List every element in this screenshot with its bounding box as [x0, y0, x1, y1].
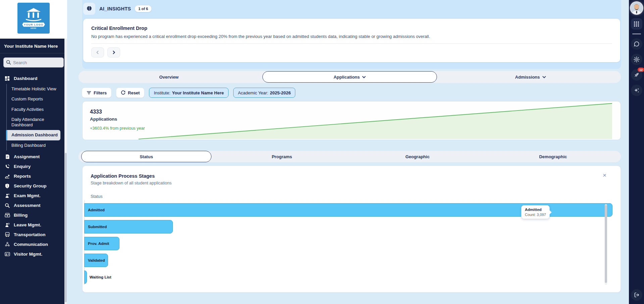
sidebar-item-transportation[interactable]: Transportation — [4, 230, 67, 240]
subtab-geographic[interactable]: Geographic — [350, 154, 485, 159]
main-content: AI_INSIGHTS 1 of 6 Critical Enrollment D… — [67, 0, 629, 304]
tab-admissions[interactable]: Admissions — [440, 75, 621, 80]
search-icon — [6, 60, 11, 66]
funnel-row-waiting-list[interactable]: Waiting List — [84, 269, 612, 286]
launcher-button[interactable]: 12 — [631, 69, 642, 81]
avatar-photo — [631, 2, 643, 14]
building-logo-icon — [24, 7, 43, 21]
tab-applications[interactable]: Applications — [259, 71, 440, 83]
apps-grid-button[interactable] — [631, 18, 642, 30]
sidebar-subitem-admission-dashboard[interactable]: Admission Dashboard — [7, 130, 60, 140]
sidebar-search-input[interactable] — [3, 57, 64, 68]
sidebar-item-assignment[interactable]: Assignment — [4, 152, 67, 162]
sidebar-item-label: Leave Mgmt. — [14, 222, 41, 227]
filters-row: Filters Reset Institute: Your Institute … — [82, 88, 621, 98]
applications-count: 4333 — [90, 109, 102, 115]
logo-text: YOUR LOGO — [22, 23, 45, 27]
tooltip-count: Count: 3,097 — [525, 213, 546, 217]
person-clock-icon — [4, 222, 10, 227]
sidebar-item-label: Security Group — [14, 183, 47, 188]
sidebar-subitem-billing-dashboard[interactable]: Billing Dashboard — [7, 140, 60, 150]
chart-scrollbar-thumb[interactable] — [605, 205, 607, 283]
bus-icon — [4, 232, 10, 237]
chart-scrollbar[interactable] — [605, 204, 607, 285]
sidebar-item-label: Reports — [14, 174, 31, 179]
reset-button[interactable]: Reset — [116, 88, 144, 98]
sidebar-subitem-faculty-activities[interactable]: Faculty Activities — [7, 104, 60, 115]
ai-insights-title: AI_INSIGHTS — [99, 6, 131, 11]
chat-bubble-icon — [634, 41, 640, 47]
sidebar-item-visitor-mgmt[interactable]: Visitor Mgmt. — [4, 249, 67, 259]
subtab-demographic[interactable]: Demographic — [485, 154, 621, 159]
chat-button[interactable] — [631, 38, 642, 50]
sidebar-item-security-group[interactable]: Security Group — [4, 181, 67, 191]
settings-button[interactable] — [631, 54, 642, 65]
prev-insight-button[interactable] — [91, 47, 104, 57]
ai-insights-button[interactable] — [83, 3, 95, 15]
secondary-tabbar: Status Programs Geographic Demographic — [79, 151, 621, 162]
sidebar-item-reports[interactable]: Reports — [4, 171, 67, 181]
institute-name: Your Institute Name Here — [0, 39, 67, 53]
chart-tooltip: Admitted Count: 3,097 — [521, 205, 550, 219]
dashboard-grid-icon — [4, 76, 10, 81]
applications-trend-chart — [83, 101, 621, 140]
funnel-bar[interactable]: Submitted — [84, 220, 173, 233]
next-insight-button[interactable] — [107, 47, 120, 57]
logout-button[interactable] — [631, 289, 642, 301]
sidebar-item-label: Assessment — [14, 203, 41, 208]
stage-card-subtitle: Stage breakdown of all student applicati… — [91, 181, 612, 185]
phone-icon — [4, 164, 10, 169]
funnel-row-validated[interactable]: Validated — [84, 252, 612, 269]
sidebar-scrollbar-thumb[interactable] — [65, 153, 67, 302]
funnel-bar[interactable]: Prov. Admit — [84, 237, 119, 250]
sidebar-subitem-timetable-holistic-view[interactable]: Timetable Holistic View — [7, 84, 60, 94]
sidebar-scrollbar[interactable] — [64, 39, 67, 304]
user-avatar[interactable] — [631, 2, 643, 14]
funnel-bar[interactable]: Validated — [84, 254, 108, 267]
sidebar-item-leave-mgmt[interactable]: Leave Mgmt. — [4, 220, 67, 230]
document-icon — [4, 154, 10, 159]
funnel-row-prov-admit[interactable]: Prov. Admit — [84, 235, 612, 252]
ai-insights-panel: AI_INSIGHTS 1 of 6 Critical Enrollment D… — [82, 0, 621, 69]
sidebar-item-label: Visitor Mgmt. — [14, 252, 42, 257]
subtab-programs[interactable]: Programs — [214, 154, 350, 159]
sidebar-item-dashboard[interactable]: Dashboard — [4, 74, 67, 83]
sidebar-item-communication[interactable]: Communication — [4, 240, 67, 249]
funnel-bar[interactable] — [84, 270, 87, 284]
applications-delta: +3603.4% from previous year — [90, 126, 145, 131]
ai-sparkle-button[interactable] — [631, 85, 642, 96]
academic-year-filter-chip[interactable]: Academic Year: 2025-2026 — [233, 88, 296, 98]
banknote-icon — [4, 213, 10, 217]
tab-overview[interactable]: Overview — [79, 75, 259, 80]
sidebar-subitem-custom-reports[interactable]: Custom Reports — [7, 94, 60, 104]
insight-title: Critical Enrollment Drop — [91, 26, 612, 31]
subtab-status[interactable]: Status — [79, 151, 214, 162]
sidebar-subitem-daily-attendance-dashboard[interactable]: Daily Attendance Dashboard — [7, 115, 60, 130]
filters-button[interactable]: Filters — [82, 88, 111, 98]
sidebar-item-label: Communication — [14, 242, 48, 247]
shield-icon — [4, 183, 10, 188]
insight-description: No program has experienced a critical en… — [91, 34, 612, 39]
tooltip-title: Admitted — [525, 208, 546, 212]
sidebar-item-label: Assignment — [14, 154, 40, 159]
applications-stat-card[interactable]: 4333 Applications +3603.4% from previous… — [82, 101, 621, 140]
close-icon[interactable]: × — [603, 172, 606, 178]
stage-card-title: Application Process Stages — [91, 173, 612, 179]
sidebar-item-assessment[interactable]: Assessment — [4, 201, 67, 210]
sidebar-item-exam-mgmt[interactable]: Exam Mgmt. — [4, 191, 67, 201]
sidebar-item-enquiry[interactable]: Enquiry — [4, 162, 67, 171]
funnel-row-submitted[interactable]: Submitted — [84, 218, 612, 235]
person-badge-icon — [4, 193, 10, 198]
reset-icon — [121, 90, 126, 95]
sidebar-item-billing[interactable]: Billing — [4, 210, 67, 220]
logout-icon — [634, 292, 640, 298]
logo-subtext: HERE — [31, 27, 37, 29]
brain-icon — [86, 5, 93, 12]
chevron-left-icon — [96, 50, 100, 54]
institute-filter-chip[interactable]: Institute: Your Institute Name Here — [149, 88, 229, 98]
sparkles-icon — [634, 87, 640, 93]
share-nodes-icon — [4, 242, 10, 247]
applications-label: Applications — [90, 117, 117, 122]
rail-divider — [632, 34, 641, 34]
sidebar-header: YOUR LOGO HERE — [0, 0, 67, 39]
